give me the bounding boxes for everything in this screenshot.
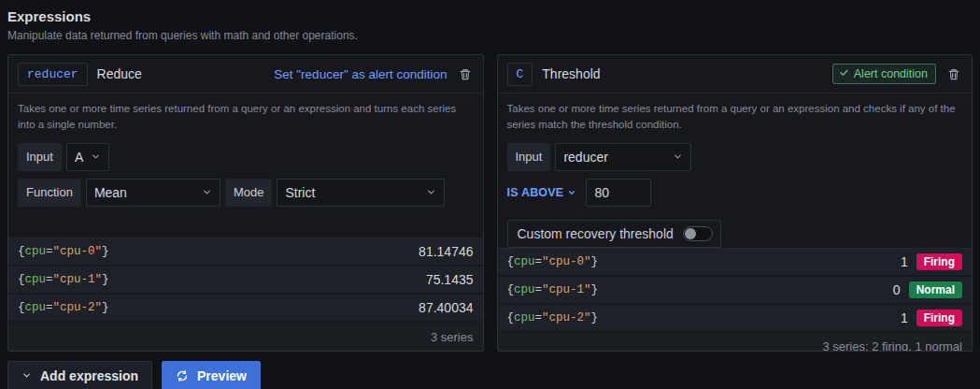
condition-type-dropdown[interactable]: IS ABOVE [507, 186, 577, 199]
threshold-input-row: Input reducer [507, 143, 963, 171]
expression-refid-badge[interactable]: reducer [18, 63, 88, 86]
alert-condition-badge-label: Alert condition [854, 67, 928, 80]
chevron-down-icon [426, 187, 436, 197]
series-value: 1 [901, 254, 908, 269]
delete-expression-button[interactable] [457, 65, 474, 83]
series-value: 0 [893, 282, 901, 297]
page-title: Expressions [7, 7, 973, 26]
reduce-input-row: Input A [18, 143, 474, 171]
check-icon [839, 67, 849, 80]
function-field-label: Function [18, 179, 81, 207]
expression-refid-badge[interactable]: C [507, 63, 533, 86]
expression-description: Takes one or more time series returned f… [18, 101, 474, 134]
preview-label: Preview [197, 368, 247, 383]
series-label: {cpu="cpu-2"} [18, 301, 109, 314]
series-value: 75.1435 [426, 272, 474, 287]
threshold-expression-panel: C Threshold Alert condition Takes one or… [497, 54, 973, 352]
add-expression-label: Add expression [40, 368, 138, 383]
preview-button[interactable]: Preview [162, 361, 261, 389]
reduce-function-row: Function Mean Mode Strict [18, 179, 474, 207]
delete-expression-button[interactable] [945, 65, 962, 83]
status-badge: Firing [916, 253, 962, 270]
expression-type-title: Reduce [97, 66, 142, 81]
threshold-results: {cpu="cpu-0"} 1 Firing {cpu="cpu-1"} 0 N… [498, 248, 973, 353]
function-select[interactable]: Mean [86, 179, 220, 207]
condition-type-label: IS ABOVE [507, 186, 564, 199]
expression-type-title: Threshold [542, 66, 600, 81]
series-value: 1 [901, 310, 908, 325]
refresh-icon [176, 369, 189, 382]
threshold-value-input[interactable] [586, 179, 651, 207]
input-select[interactable]: reducer [555, 143, 691, 171]
input-field-label: Input [18, 143, 62, 171]
mode-select[interactable]: Strict [277, 179, 445, 207]
expressions-section: Expressions Manipulate data returned fro… [0, 0, 980, 389]
status-badge: Normal [909, 281, 962, 298]
series-count-footer: 3 series: 2 firing, 1 normal [498, 333, 973, 353]
series-label: {cpu="cpu-2"} [507, 311, 599, 324]
series-row: {cpu="cpu-0"} 1 Firing [498, 249, 973, 275]
expression-panels: reducer Reduce Set "reducer" as alert co… [7, 54, 973, 352]
custom-recovery-threshold-box: Custom recovery threshold [507, 220, 721, 248]
chevron-down-icon [91, 151, 101, 162]
alert-condition-badge: Alert condition [832, 64, 936, 84]
series-label: {cpu="cpu-0"} [507, 255, 599, 268]
series-count-footer: 3 series [8, 323, 483, 351]
series-row: {cpu="cpu-2"} 87.40034 [8, 295, 483, 321]
series-label: {cpu="cpu-0"} [18, 245, 109, 258]
set-alert-condition-link[interactable]: Set "reducer" as alert condition [274, 67, 447, 81]
page-subtitle: Manipulate data returned from queries wi… [7, 28, 973, 43]
trash-icon [459, 67, 472, 81]
add-expression-button[interactable]: Add expression [7, 361, 152, 389]
reduce-expression-panel: reducer Reduce Set "reducer" as alert co… [7, 54, 484, 352]
chevron-down-icon [202, 187, 212, 197]
input-field-label: Input [507, 143, 551, 171]
series-row: {cpu="cpu-1"} 0 Normal [498, 277, 973, 303]
toggle-knob [685, 228, 696, 239]
chevron-down-icon [567, 188, 576, 197]
status-badge: Firing [916, 310, 962, 326]
custom-recovery-threshold-label: Custom recovery threshold [518, 226, 674, 241]
expression-description: Takes one or more time series returned f… [507, 101, 963, 134]
input-select[interactable]: A [66, 143, 109, 171]
input-select-value: reducer [563, 150, 607, 165]
mode-field-label: Mode [225, 179, 273, 207]
chevron-down-icon [673, 151, 683, 162]
actions-bar: Add expression Preview [7, 361, 973, 389]
series-row: {cpu="cpu-0"} 81.14746 [8, 238, 483, 265]
series-row: {cpu="cpu-1"} 75.1435 [8, 267, 483, 293]
custom-recovery-threshold-toggle[interactable] [683, 226, 713, 241]
mode-select-value: Strict [285, 185, 315, 200]
series-value: 81.14746 [419, 244, 473, 259]
series-label: {cpu="cpu-1"} [507, 283, 599, 296]
threshold-panel-header: C Threshold Alert condition [498, 55, 973, 94]
threshold-condition-row: IS ABOVE [507, 179, 963, 207]
series-label: {cpu="cpu-1"} [18, 273, 109, 286]
function-select-value: Mean [94, 185, 127, 200]
reduce-results: {cpu="cpu-0"} 81.14746 {cpu="cpu-1"} 75.… [8, 238, 483, 351]
input-select-value: A [75, 150, 83, 165]
trash-icon [947, 67, 960, 81]
series-value: 87.40034 [419, 300, 473, 315]
reduce-panel-header: reducer Reduce Set "reducer" as alert co… [8, 55, 483, 94]
reduce-panel-body: Takes one or more time series returned f… [8, 94, 483, 214]
threshold-panel-body: Takes one or more time series returned f… [498, 94, 973, 248]
series-row: {cpu="cpu-2"} 1 Firing [498, 305, 973, 331]
chevron-down-icon [21, 370, 32, 381]
